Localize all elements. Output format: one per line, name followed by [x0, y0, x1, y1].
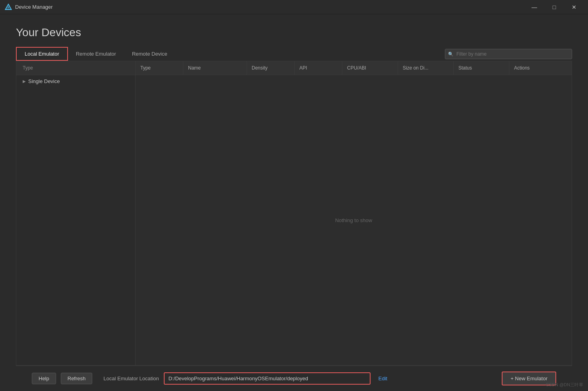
search-icon: 🔍 [448, 51, 454, 56]
filter-container: 🔍 [445, 49, 572, 59]
col-header-size: Size on Di... [398, 61, 454, 75]
filter-input[interactable] [445, 49, 572, 59]
tabs-container: Local Emulator Remote Emulator Remote De… [16, 47, 175, 61]
main-content: Your Devices Local Emulator Remote Emula… [0, 14, 588, 391]
page-title: Your Devices [16, 26, 572, 39]
maximize-button[interactable]: □ [545, 0, 563, 14]
tab-remote-device[interactable]: Remote Device [124, 48, 175, 60]
tree-item-single-device[interactable]: ▶ Single Device [16, 75, 135, 87]
edit-link[interactable]: Edit [378, 376, 387, 381]
left-panel-header: Type [16, 61, 135, 75]
table-body: Nothing to show [136, 75, 572, 365]
app-title: Device Manager [15, 4, 53, 10]
app-icon [5, 4, 12, 11]
col-header-density: Density [247, 61, 295, 75]
title-bar: Device Manager — □ ✕ [0, 0, 588, 14]
col-header-actions: Actions [509, 61, 572, 75]
location-input[interactable] [164, 372, 371, 385]
close-button[interactable]: ✕ [565, 0, 583, 14]
minimize-button[interactable]: — [525, 0, 543, 14]
col-header-status: Status [454, 61, 509, 75]
title-bar-controls: — □ ✕ [525, 0, 583, 14]
tree-arrow-icon: ▶ [23, 79, 26, 83]
tab-bar: Local Emulator Remote Emulator Remote De… [16, 47, 572, 61]
col-header-api: API [295, 61, 342, 75]
col-header-type: Type [136, 61, 183, 75]
table-header: Type Name Density API CPU/ABI Size on Di… [136, 61, 572, 75]
location-input-container [164, 372, 371, 385]
tab-remote-emulator[interactable]: Remote Emulator [68, 48, 124, 60]
content-area: Type ▶ Single Device Type Name Density A… [16, 61, 572, 366]
left-panel: Type ▶ Single Device [16, 61, 136, 365]
bottom-bar: Help Refresh Local Emulator Location Edi… [16, 366, 572, 391]
location-label: Local Emulator Location [103, 376, 159, 381]
title-bar-left: Device Manager [5, 4, 53, 11]
col-header-name: Name [183, 61, 247, 75]
col-header-cpu: CPU/ABI [342, 61, 398, 75]
tree-item-label: Single Device [28, 78, 60, 84]
refresh-button[interactable]: Refresh [61, 373, 93, 384]
empty-message: Nothing to show [335, 217, 372, 223]
help-button[interactable]: Help [32, 373, 56, 384]
watermark: CSDN @DN三叶草 [546, 382, 583, 388]
tab-local-emulator[interactable]: Local Emulator [16, 47, 68, 61]
right-panel: Type Name Density API CPU/ABI Size on Di… [136, 61, 572, 365]
